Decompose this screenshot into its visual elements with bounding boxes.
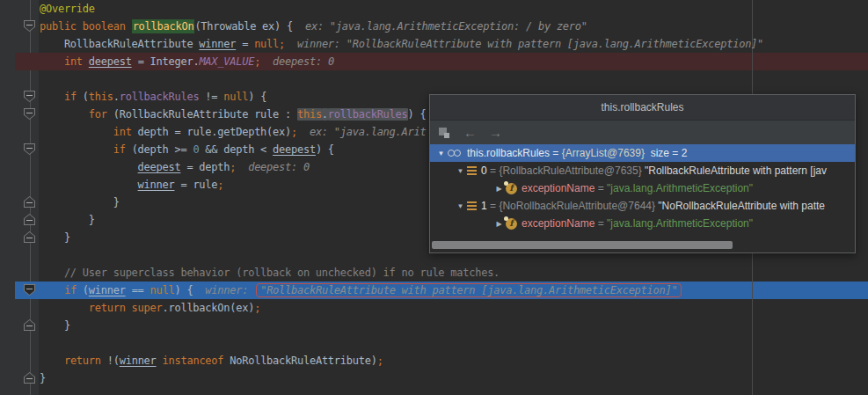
fold-marker-icon[interactable] bbox=[24, 319, 35, 331]
code-token: (depth >= bbox=[126, 143, 193, 156]
fold-marker-icon[interactable] bbox=[24, 231, 35, 243]
ide-editor: @Overridepublic boolean rollbackOn(Throw… bbox=[0, 0, 868, 395]
code-token: winner bbox=[120, 355, 157, 367]
code-line[interactable]: RollbackRuleAttribute winner = null; win… bbox=[0, 35, 868, 53]
fold-marker-icon[interactable] bbox=[24, 91, 35, 102]
field-icon: f bbox=[506, 218, 517, 230]
code-token: winner: "RollbackRuleAttribute with patt… bbox=[285, 38, 763, 50]
chevron-down-icon[interactable]: ▼ bbox=[454, 202, 467, 210]
code-token: = bbox=[236, 38, 254, 50]
popup-title: this.rollbackRules bbox=[430, 95, 855, 121]
code-token: } bbox=[40, 231, 70, 244]
code-token: deepest: 0 bbox=[236, 161, 310, 173]
code-token: if bbox=[64, 284, 77, 296]
variable-text: "java.lang.ArithmeticException" bbox=[607, 217, 753, 230]
code-token bbox=[126, 20, 132, 33]
code-token: "RollbackRuleAttribute with pattern [jav… bbox=[256, 283, 682, 297]
code-token bbox=[40, 108, 89, 121]
variable-text: = bbox=[594, 217, 607, 230]
field-icon: f bbox=[506, 183, 517, 194]
code-token: ; bbox=[217, 179, 223, 191]
code-token: ; bbox=[377, 355, 383, 367]
copy-value-icon[interactable] bbox=[439, 127, 451, 139]
fold-marker-icon[interactable] bbox=[24, 143, 35, 155]
code-token: int bbox=[64, 55, 83, 68]
chevron-down-icon[interactable]: ▼ bbox=[454, 167, 467, 175]
code-token: ; bbox=[254, 302, 260, 314]
code-token bbox=[40, 179, 138, 191]
code-token: . bbox=[322, 108, 328, 121]
popup-horizontal-scrollbar[interactable] bbox=[432, 241, 733, 249]
code-token: return super bbox=[89, 302, 163, 314]
fold-marker-icon[interactable] bbox=[24, 196, 35, 208]
variable-text: {NoRollbackRuleAttribute@7644} bbox=[499, 200, 658, 212]
code-token bbox=[40, 143, 113, 156]
code-token: ex: "java.lang.ArithmeticException: / by… bbox=[293, 20, 587, 33]
code-token: } bbox=[40, 372, 46, 384]
debugger-evaluate-popup[interactable]: this.rollbackRules ← → ▼this.rollbackRul… bbox=[429, 94, 856, 253]
code-line[interactable]: } bbox=[0, 317, 868, 334]
variable-text: {RollbackRuleAttribute@7635} bbox=[499, 165, 645, 177]
variable-tree-row[interactable]: ▶fexceptionName = "java.lang.ArithmeticE… bbox=[430, 215, 855, 232]
fold-marker-icon[interactable] bbox=[24, 372, 35, 384]
code-token: null bbox=[223, 91, 248, 103]
code-line[interactable]: return super.rollbackOn(ex); bbox=[0, 299, 868, 317]
code-token: rollbackOn bbox=[132, 19, 195, 33]
chevron-down-icon[interactable]: ▼ bbox=[434, 150, 448, 157]
code-token: ( bbox=[77, 91, 89, 103]
variable-text: = bbox=[487, 165, 500, 177]
code-token: deepest: 0 bbox=[260, 55, 334, 68]
variable-text: exceptionName bbox=[522, 182, 594, 194]
code-token: = depth bbox=[180, 161, 230, 173]
fold-marker-icon[interactable] bbox=[24, 20, 35, 32]
code-token: && depth < bbox=[199, 143, 273, 156]
fold-marker-icon[interactable] bbox=[24, 284, 35, 296]
code-line[interactable]: if (winner == null) { winner: "RollbackR… bbox=[0, 282, 868, 299]
code-token: null bbox=[254, 38, 279, 50]
code-line[interactable]: @Override bbox=[0, 0, 868, 18]
code-token: this bbox=[89, 91, 113, 103]
code-line[interactable]: return !(winner instanceof NoRollbackRul… bbox=[0, 352, 868, 369]
code-token: } bbox=[40, 214, 95, 226]
chevron-right-icon[interactable]: ▶ bbox=[492, 220, 506, 228]
code-token: ) { bbox=[316, 143, 334, 156]
code-line[interactable]: int deepest = Integer.MAX_VALUE; deepest… bbox=[0, 53, 868, 70]
code-token: winner bbox=[138, 179, 175, 191]
code-token bbox=[83, 55, 89, 68]
code-token: ( bbox=[77, 284, 89, 296]
code-token: ; bbox=[291, 126, 297, 138]
variable-tree-row[interactable]: ▼1 = {NoRollbackRuleAttribute@7644} "NoR… bbox=[430, 197, 855, 215]
code-line[interactable] bbox=[0, 387, 868, 395]
code-line[interactable]: } bbox=[0, 369, 868, 387]
code-token bbox=[40, 91, 64, 103]
code-token: winner: bbox=[193, 284, 254, 296]
code-token bbox=[157, 355, 163, 367]
code-line[interactable]: // User superclass behavior (rollback on… bbox=[0, 264, 868, 282]
fold-marker-icon[interactable] bbox=[24, 108, 35, 120]
code-token: = rule bbox=[174, 179, 217, 191]
code-token: rollbackRules bbox=[328, 108, 408, 121]
code-line[interactable] bbox=[0, 70, 868, 88]
code-token: // User superclass behavior (rollback on… bbox=[40, 267, 500, 279]
fold-marker-icon[interactable] bbox=[24, 214, 35, 225]
code-token: . bbox=[113, 91, 120, 103]
code-token: != bbox=[199, 91, 223, 103]
variable-text: this.rollbackRules = bbox=[467, 147, 562, 159]
code-token: } bbox=[40, 319, 70, 332]
code-line[interactable] bbox=[0, 334, 868, 352]
code-token: ) { bbox=[408, 108, 427, 121]
code-token: null bbox=[150, 284, 175, 296]
forward-arrow-icon[interactable]: → bbox=[489, 121, 502, 144]
code-token: if bbox=[113, 143, 126, 156]
variable-text: exceptionName bbox=[522, 217, 594, 230]
code-line[interactable]: public boolean rollbackOn(Throwable ex) … bbox=[0, 18, 868, 35]
variable-tree-row[interactable]: ▼this.rollbackRules = {ArrayList@7639} s… bbox=[430, 144, 855, 162]
code-token: int bbox=[113, 126, 132, 138]
code-token: !( bbox=[101, 355, 120, 367]
variable-tree-row[interactable]: ▶fexceptionName = "java.lang.ArithmeticE… bbox=[430, 179, 855, 197]
array-element-icon bbox=[467, 166, 477, 175]
variable-text: 0 bbox=[481, 165, 487, 177]
chevron-right-icon[interactable]: ▶ bbox=[492, 185, 506, 193]
variable-tree-row[interactable]: ▼0 = {RollbackRuleAttribute@7635} "Rollb… bbox=[430, 162, 855, 179]
back-arrow-icon[interactable]: ← bbox=[463, 121, 477, 144]
